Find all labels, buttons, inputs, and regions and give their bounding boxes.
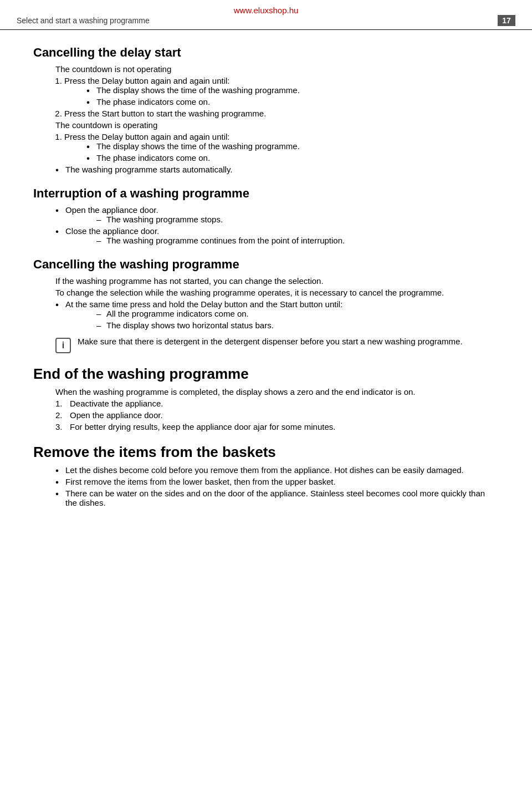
dash-list: All the programme indicators come on. Th… (96, 309, 499, 330)
steps-list-2: Press the Delay button again and again u… (64, 132, 499, 162)
page-header: www.eluxshop.hu Select and start a washi… (0, 0, 532, 30)
bullet-list: The display shows the time of the washin… (86, 85, 499, 106)
bullet-item: At the same time press and hold the Dela… (55, 299, 499, 330)
end-step-2: 2. Open the appliance door. (55, 410, 499, 420)
step-num: 2. (55, 410, 66, 420)
cancelling-para-1: If the washing programme has not started… (55, 276, 499, 286)
bullet-item: The display shows the time of the washin… (86, 85, 499, 95)
dash-item: The washing programme stops. (96, 215, 499, 224)
info-icon: i (55, 338, 71, 353)
end-washing-intro: When the washing programme is completed,… (55, 387, 499, 397)
header-row: Select and start a washing programme 17 (0, 15, 532, 26)
cancelling-bullets: At the same time press and hold the Dela… (55, 299, 499, 330)
bullet-item: Open the appliance door. The washing pro… (55, 205, 499, 224)
info-text: Make sure that there is detergent in the… (78, 337, 499, 346)
dash-item: The washing programme continues from the… (96, 236, 499, 245)
info-box: i Make sure that there is detergent in t… (55, 337, 499, 353)
bullet-item: There can be water on the sides and on t… (55, 489, 499, 507)
section-heading-remove-items: Remove the items from the baskets (33, 444, 499, 461)
header-url: www.eluxshop.hu (0, 6, 532, 15)
bullet-item: Close the appliance door. The washing pr… (55, 226, 499, 245)
trailing-bullets: The washing programme starts automatical… (55, 165, 499, 174)
bullet-item: The washing programme starts automatical… (55, 165, 499, 174)
header-title: Select and start a washing programme (17, 16, 150, 25)
dash-list: The washing programme stops. (96, 215, 499, 224)
subsection-intro-1: The countdown is not operating (55, 64, 499, 74)
bullet-item: The display shows the time of the washin… (86, 141, 499, 151)
main-content: Cancelling the delay start The countdown… (0, 30, 532, 525)
dash-item: All the programme indicators come on. (96, 309, 499, 318)
end-step-3: 3. For better drying results, keep the a… (55, 422, 499, 431)
header-page-number: 17 (498, 15, 515, 26)
cancelling-para-2: To change the selection while the washin… (55, 288, 499, 297)
step-num: 1. (55, 399, 66, 408)
step-item: Press the Delay button again and again u… (64, 76, 499, 106)
step-item: Press the Delay button again and again u… (64, 132, 499, 162)
page: www.eluxshop.hu Select and start a washi… (0, 0, 532, 803)
end-step-1: 1. Deactivate the appliance. (55, 399, 499, 408)
step-text: Open the appliance door. (70, 410, 163, 420)
bullet-item: The phase indicators come on. (86, 153, 499, 162)
bullet-item: Let the dishes become cold before you re… (55, 465, 499, 475)
step-num: 3. (55, 422, 66, 431)
subsection-intro-2: The countdown is operating (55, 120, 499, 130)
step-text: For better drying results, keep the appl… (70, 422, 335, 431)
step-text: Deactivate the appliance. (70, 399, 163, 408)
section-heading-end-washing: End of the washing programme (33, 365, 499, 383)
interruption-bullets: Open the appliance door. The washing pro… (55, 205, 499, 245)
step-item: Press the Start button to start the wash… (64, 109, 499, 118)
bullet-item: First remove the items from the lower ba… (55, 477, 499, 486)
section-heading-interruption: Interruption of a washing programme (33, 186, 499, 201)
bullet-item: The phase indicators come on. (86, 97, 499, 106)
dash-list: The washing programme continues from the… (96, 236, 499, 245)
steps-list-1: Press the Delay button again and again u… (64, 76, 499, 118)
remove-items-bullets: Let the dishes become cold before you re… (55, 465, 499, 507)
section-heading-cancelling-delay: Cancelling the delay start (33, 45, 499, 60)
bullet-list: The display shows the time of the washin… (86, 141, 499, 162)
section-heading-cancelling-washing: Cancelling the washing programme (33, 257, 499, 272)
dash-item: The display shows two horizontal status … (96, 321, 499, 330)
